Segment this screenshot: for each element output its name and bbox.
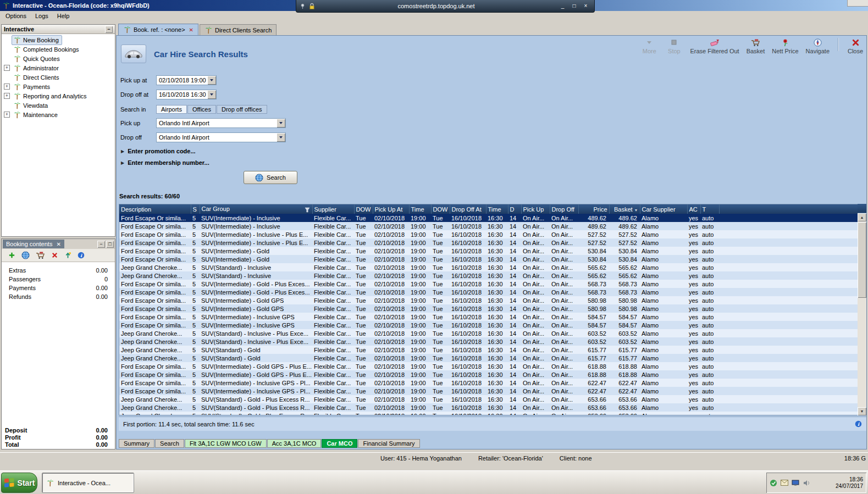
collapse-panel-button[interactable]: − <box>105 26 113 33</box>
column-header-description[interactable]: Description <box>119 204 191 214</box>
column-header-time-2[interactable]: Time <box>486 204 508 214</box>
result-row[interactable]: Ford Escape Or simila...5SUV(Intermediat… <box>119 313 858 321</box>
globe-icon[interactable] <box>21 251 30 259</box>
taskbar-clock[interactable]: 18:36 24/07/2017 <box>836 476 863 490</box>
column-header-dow-2[interactable]: DOW <box>431 204 450 214</box>
expand-icon[interactable]: + <box>4 112 10 118</box>
basket-button[interactable]: Basket <box>747 37 765 54</box>
result-row[interactable]: Ford Escape Or simila...5SUV(Intermediat… <box>119 214 858 222</box>
column-header-pick-up[interactable]: Pick Up <box>521 204 550 214</box>
sidebar-item-quick-quotes[interactable]: Quick Quotes <box>2 54 115 63</box>
tray-volume-icon[interactable] <box>803 480 810 486</box>
info-icon[interactable]: i <box>78 252 85 259</box>
result-row[interactable]: Ford Escape Or simila...5SUV(Intermediat… <box>119 362 858 370</box>
close-tab-icon[interactable]: ✕ <box>189 27 193 33</box>
tab-book-ref-none[interactable]: Book. ref. : <none>✕ <box>118 24 198 35</box>
result-row[interactable]: Jeep Grand Cheroke...5SUV(Standard) - In… <box>119 337 858 346</box>
minimize-icon[interactable]: _ <box>557 2 568 10</box>
scrollbar-thumb[interactable] <box>858 222 866 298</box>
bottom-tab-search[interactable]: Search <box>155 439 184 448</box>
booking-row-passengers[interactable]: Passengers0 <box>2 275 115 284</box>
column-header-ac[interactable]: AC <box>687 204 700 214</box>
result-row[interactable]: Jeep Grand Cheroke...5SUV(Standard) - In… <box>119 271 858 280</box>
bottom-tab-acc-3a-1c-mco[interactable]: Acc 3A,1C MCO <box>267 439 322 448</box>
result-row[interactable]: Jeep Grand Cheroke...5SUV(Standard) - In… <box>119 329 858 337</box>
upload-icon[interactable] <box>64 252 71 259</box>
sidebar-item-new-booking[interactable]: New Booking <box>2 35 115 45</box>
result-row[interactable]: Ford Escape Or simila...5SUV(Intermediat… <box>119 238 858 247</box>
vertical-scrollbar[interactable]: ▲ ▼ <box>858 204 866 415</box>
membership-number-expander[interactable]: ▶ Enter membership number... <box>121 159 209 166</box>
sidebar-item-payments[interactable]: +Payments <box>2 82 115 91</box>
menu-options[interactable]: Options <box>1 12 31 20</box>
basket-icon[interactable] <box>36 251 45 259</box>
tray-mail-icon[interactable] <box>781 480 788 486</box>
sidebar-item-viewdata[interactable]: Viewdata <box>2 101 115 110</box>
result-row[interactable]: Jeep Grand Cheroke...5SUV(Standard) - Go… <box>119 346 858 354</box>
expand-icon[interactable]: + <box>4 65 10 71</box>
column-header-time[interactable]: Time <box>409 204 431 214</box>
tab-direct-clients-search[interactable]: Direct Clients Search <box>200 24 277 35</box>
sidebar-item-reporting-and-analytics[interactable]: +Reporting and Analytics <box>2 91 115 101</box>
start-button[interactable]: Start <box>1 473 37 493</box>
result-row[interactable]: Ford Escape Or simila...5SUV(Intermediat… <box>119 222 858 230</box>
pickup-at-field[interactable]: 02/10/2018 19:00 <box>156 75 217 85</box>
result-row[interactable]: Ford Escape Or simila...5SUV(Intermediat… <box>119 280 858 288</box>
taskbar-task-button[interactable]: Interactive - Ocea... <box>42 473 134 493</box>
scroll-down-icon[interactable]: ▼ <box>858 407 866 415</box>
bottom-tab-summary[interactable]: Summary <box>119 439 154 448</box>
search-button[interactable]: Search <box>244 171 297 184</box>
search-in-tab-airports[interactable]: Airports <box>156 105 187 114</box>
sidebar-item-direct-clients[interactable]: Direct Clients <box>2 73 115 82</box>
result-row[interactable]: Jeep Grand Cheroke...5SUV(Standard) - In… <box>119 263 858 271</box>
float-panel-button[interactable]: □ <box>106 241 114 248</box>
result-row[interactable]: Ford Escape Or simila...5SUV(Intermediat… <box>119 379 858 387</box>
dropoff-location-field[interactable]: Orlando Intl Airport <box>156 132 286 142</box>
navigate-button[interactable]: Navigate <box>806 37 830 54</box>
close-icon[interactable]: ✕ <box>56 241 60 247</box>
chevron-down-icon[interactable] <box>207 76 216 85</box>
restore-icon[interactable]: □ <box>569 2 579 10</box>
expand-icon[interactable]: + <box>4 84 10 90</box>
result-row[interactable]: Jeep Grand Cheroke...5SUV(Standard) - Go… <box>119 403 858 412</box>
column-header-pick-up-at[interactable]: Pick Up At <box>373 204 409 214</box>
pin-icon[interactable] <box>300 3 306 9</box>
filter-icon[interactable] <box>305 207 310 213</box>
bottom-tab-flt-3a-1c-lgw-mco-lgw[interactable]: Flt 3A,1C LGW MCO LGW <box>185 439 267 448</box>
column-header-car-group[interactable]: Car Group <box>200 204 312 214</box>
menu-help[interactable]: Help <box>53 12 74 20</box>
result-row[interactable]: Ford Escape Or simila...5SUV(Intermediat… <box>119 321 858 329</box>
chevron-down-icon[interactable] <box>277 119 285 127</box>
nett-price-button[interactable]: Nett Price <box>772 37 798 54</box>
close-button[interactable]: Close <box>847 37 864 54</box>
result-row[interactable]: Ford Escape Or simila...5SUV(Intermediat… <box>119 387 858 395</box>
bottom-tab-car-mco[interactable]: Car MCO <box>322 439 357 448</box>
sidebar-item-maintenance[interactable]: +Maintenance <box>2 110 115 119</box>
expand-icon[interactable]: + <box>4 93 10 99</box>
booking-contents-tab[interactable]: Booking contents ✕ <box>3 240 64 248</box>
column-header-price[interactable]: Price <box>578 204 609 214</box>
search-in-tab-drop-off-offices[interactable]: Drop off offices <box>217 105 267 114</box>
column-header-t[interactable]: T <box>700 204 719 214</box>
column-header-s[interactable]: S <box>191 204 200 214</box>
result-row[interactable]: Jeep Grand Cheroke...5SUV(Standard) - Go… <box>119 354 858 362</box>
column-header-dow[interactable]: DOW <box>354 204 373 214</box>
bottom-tab-financial-summary[interactable]: Financial Summary <box>358 439 419 448</box>
column-header-d[interactable]: D <box>508 204 521 214</box>
promotion-code-expander[interactable]: ▶ Enter promotion code... <box>121 148 196 154</box>
result-row[interactable]: Ford Escape Or simila...5SUV(Intermediat… <box>119 247 858 255</box>
dropoff-at-field[interactable]: 16/10/2018 16:30 <box>156 90 217 99</box>
result-row[interactable]: Ford Escape Or simila...5SUV(Intermediat… <box>119 230 858 238</box>
tray-app-icon[interactable] <box>770 479 777 487</box>
chevron-down-icon[interactable] <box>277 133 285 142</box>
close-icon[interactable]: × <box>580 2 591 10</box>
erase-filtered-out-button[interactable]: Erase Filtered Out <box>690 37 739 54</box>
result-row[interactable]: Jeep Grand Cheroke...5SUV(Standard) - Go… <box>119 412 858 415</box>
result-row[interactable]: Ford Escape Or simila...5SUV(Intermediat… <box>119 370 858 379</box>
column-header-car-supplier[interactable]: Car Supplier <box>640 204 687 214</box>
column-header-drop-off[interactable]: Drop Off <box>550 204 578 214</box>
result-row[interactable]: Ford Escape Or simila...5SUV(Intermediat… <box>119 304 858 313</box>
minimize-panel-button[interactable]: − <box>97 241 105 248</box>
sidebar-item-completed-bookings[interactable]: Completed Bookings <box>2 45 115 54</box>
column-header-basket[interactable]: Basket▼ <box>609 204 640 214</box>
